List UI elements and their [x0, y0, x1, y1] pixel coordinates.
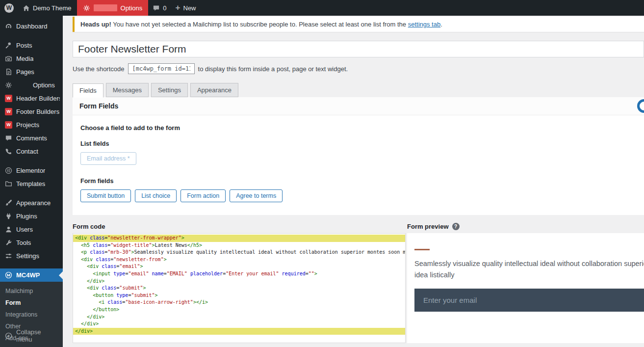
pages-icon: [5, 68, 12, 76]
sidebar-item-plugins[interactable]: Plugins: [0, 210, 63, 223]
code-line[interactable]: </div>: [73, 278, 405, 285]
sidebar-item-pages[interactable]: Pages: [0, 65, 63, 79]
sidebar-item-settings[interactable]: Settings: [0, 249, 63, 263]
sidebar-item-label: Plugins: [16, 213, 37, 220]
site-name: Demo Theme: [33, 4, 72, 12]
field-button-email-address[interactable]: Email address *: [80, 152, 136, 165]
submenu-item-mailchimp[interactable]: Mailchimp: [0, 285, 63, 297]
notice-text: You have not yet selected a Mailchimp li…: [111, 21, 408, 28]
code-line[interactable]: <i class="base-icon-arrow-right"></i>: [73, 299, 405, 306]
phone-icon: [5, 148, 12, 155]
shortcode-input[interactable]: [128, 63, 195, 74]
sidebar-item-label: Settings: [16, 252, 39, 260]
form-title-input[interactable]: [73, 41, 644, 57]
help-icon[interactable]: ?: [452, 223, 460, 230]
list-field-buttons: Email address *: [80, 152, 636, 165]
sidebar-item-options[interactable]: Options: [0, 79, 63, 92]
field-button-list-choice[interactable]: List choice: [135, 189, 177, 202]
sidebar-item-appearance[interactable]: Appearance: [0, 196, 63, 210]
tab-messages[interactable]: Messages: [106, 83, 149, 97]
admin-bar: W Demo Theme Options 0 + New: [0, 0, 644, 16]
home-icon: [23, 4, 30, 12]
settings-tab-link[interactable]: settings tab: [408, 21, 441, 28]
redacted-label: [94, 4, 117, 11]
shortcode-prefix: Use the shortcode: [73, 65, 125, 73]
sidebar-item-projects[interactable]: WProjects: [0, 118, 63, 132]
sidebar: DashboardPostsMediaPagesOptionsWHeader B…: [0, 16, 63, 347]
comments-icon: [5, 134, 12, 142]
options-label: Options: [121, 4, 143, 12]
main-content: Heads up! You have not yet selected a Ma…: [63, 16, 644, 347]
elementor-icon: [5, 167, 12, 174]
sidebar-item-users[interactable]: Users: [0, 223, 63, 236]
plus-icon: +: [176, 3, 180, 12]
form-preview: Seamlessly visualize quality intellectua…: [407, 233, 644, 343]
list-fields-label: List fields: [80, 140, 636, 147]
preview-paragraph-line1: Seamlessly visualize quality intellectua…: [414, 258, 644, 269]
sidebar-item-media[interactable]: Media: [0, 52, 63, 65]
shortcode-row: Use the shortcode to display this form i…: [73, 63, 644, 74]
sidebar-item-elementor[interactable]: Elementor: [0, 164, 63, 177]
submenu-item-integrations[interactable]: Integrations: [0, 309, 63, 320]
w-badge-icon: W: [5, 95, 12, 102]
code-line[interactable]: <input type="email" name="EMAIL" placeho…: [73, 270, 405, 278]
preview-email-input[interactable]: [414, 289, 644, 312]
sidebar-item-label: Elementor: [16, 167, 45, 174]
new-menu[interactable]: + New: [171, 0, 201, 16]
collapse-menu-button[interactable]: Collapse menu: [0, 324, 63, 347]
editor-preview-section: Form code <div class="newsletter-from-wr…: [73, 223, 644, 343]
sidebar-item-label: Appearance: [16, 199, 51, 207]
sidebar-item-mc4wp[interactable]: MC4WP: [0, 268, 63, 282]
tab-settings[interactable]: Settings: [151, 83, 188, 97]
code-line[interactable]: <button type="submit">: [73, 292, 405, 299]
sidebar-item-contact[interactable]: Contact: [0, 145, 63, 158]
field-button-agree-to-terms[interactable]: Agree to terms: [230, 189, 283, 202]
code-line[interactable]: <div class="newsletter-from-wrapper">: [73, 235, 405, 242]
submenu-item-form[interactable]: Form: [0, 297, 63, 309]
code-line[interactable]: </button>: [73, 306, 405, 314]
field-button-submit-button[interactable]: Submit button: [80, 189, 131, 202]
form-preview-label-row: Form preview ?: [407, 223, 644, 230]
code-line[interactable]: <div class="submit">: [73, 285, 405, 292]
sidebar-item-label: Contact: [16, 148, 38, 155]
comments-menu[interactable]: 0: [148, 0, 171, 16]
comments-count: 0: [163, 4, 166, 12]
field-button-form-action[interactable]: Form action: [180, 189, 226, 202]
code-line[interactable]: <h5 class="widget-title">Latest News</h5…: [73, 242, 405, 249]
wp-logo-menu[interactable]: W: [0, 0, 18, 16]
tab-bar: FieldsMessagesSettingsAppearance: [73, 83, 644, 97]
sidebar-item-footer-builders[interactable]: WFooter Builders: [0, 105, 63, 118]
sidebar-item-label: Header Builders: [16, 95, 60, 102]
preview-divider: [414, 249, 430, 250]
code-line[interactable]: </div>: [73, 328, 405, 335]
code-line[interactable]: <div class="newsletter-from">: [73, 256, 405, 264]
sidebar-item-header-builders[interactable]: WHeader Builders: [0, 92, 63, 105]
sidebar-item-comments[interactable]: Comments: [0, 132, 63, 145]
form-preview-column: Form preview ? Seamlessly visualize qual…: [407, 223, 644, 343]
tab-appearance[interactable]: Appearance: [190, 83, 238, 97]
panel-header: Form Fields: [73, 97, 644, 115]
sidebar-item-label: Dashboard: [16, 23, 48, 30]
form-code-column: Form code <div class="newsletter-from-wr…: [73, 223, 406, 343]
sidebar-item-posts[interactable]: Posts: [0, 39, 63, 52]
site-name-menu[interactable]: Demo Theme: [18, 0, 76, 16]
folder-icon: [5, 180, 12, 187]
theme-options-button[interactable]: Options: [77, 0, 149, 16]
shortcode-suffix: to display this form inside a post, page…: [198, 65, 348, 73]
sidebar-item-label: Users: [16, 226, 33, 233]
code-line[interactable]: <p class="mrb-30">Seamlessly visualize q…: [73, 249, 405, 256]
tab-fields[interactable]: Fields: [73, 83, 103, 98]
pin-icon: [5, 42, 12, 49]
sidebar-item-tools[interactable]: Tools: [0, 236, 63, 249]
sidebar-item-templates[interactable]: Templates: [0, 177, 63, 190]
sidebar-item-dashboard[interactable]: Dashboard: [0, 20, 63, 33]
form-code-editor[interactable]: <div class="newsletter-from-wrapper"> <h…: [73, 233, 406, 343]
sidebar-item-label: Footer Builders: [16, 108, 59, 115]
help-toggle-button[interactable]: [637, 99, 644, 113]
code-line[interactable]: <div class="email">: [73, 263, 405, 270]
notice-banner: Heads up! You have not yet selected a Ma…: [73, 17, 644, 32]
form-fields-label: Form fields: [80, 178, 636, 185]
code-line[interactable]: </div>: [73, 314, 405, 321]
users-icon: [5, 226, 12, 233]
code-line[interactable]: </div>: [73, 320, 405, 328]
